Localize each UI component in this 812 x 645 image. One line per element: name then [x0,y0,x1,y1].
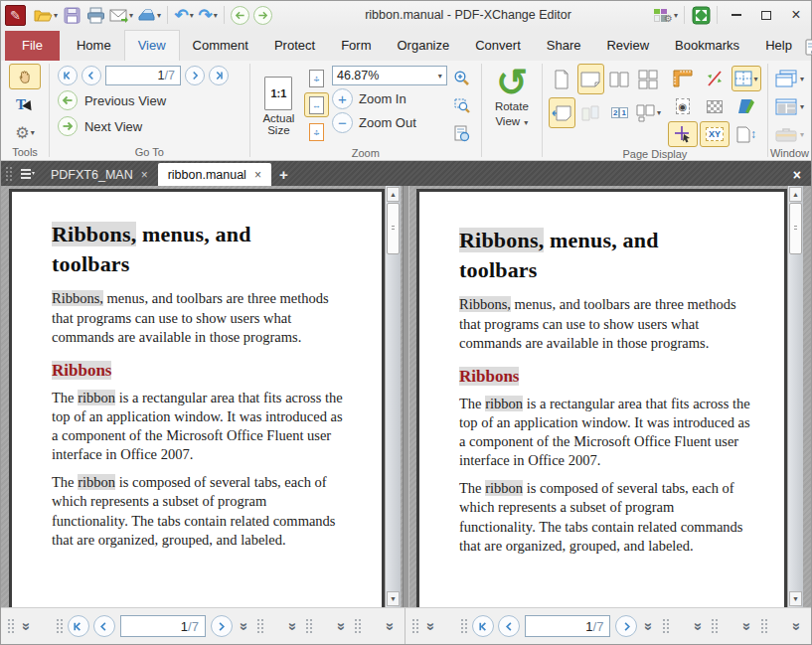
zoom-in-tool-button[interactable] [450,66,475,90]
email-button[interactable]: ▾ [107,3,135,27]
document-tab-ribbon-manual[interactable]: ribbon.manual × [158,163,271,186]
scroll-down-button[interactable]: ▼ [789,591,802,606]
page-number-field[interactable]: 1/7 [525,615,610,637]
collapsed-toolbar-chevron[interactable]: » [788,622,805,630]
open-file-button[interactable]: ▾ [32,3,60,27]
page-number-field[interactable]: 1/7 [105,66,181,85]
history-back-button[interactable] [231,6,249,25]
page-numbers-button[interactable]: 2 1 [606,97,633,128]
find-document-icon[interactable] [805,39,812,57]
zoom-combobox-caret[interactable]: ▾ [438,72,442,81]
scrollbar-thumb[interactable] [387,203,400,254]
maximize-button[interactable] [751,3,781,27]
tab-view[interactable]: View [124,30,180,61]
next-page-button[interactable] [211,615,233,637]
cover-mode-button[interactable]: ▾ [635,97,662,128]
redo-dropdown-caret[interactable]: ▾ [214,11,218,20]
continuous-view-button[interactable] [549,97,575,128]
last-page-button[interactable] [209,66,229,85]
show-guides-button[interactable] [668,121,698,147]
loupe-tool-button[interactable] [450,121,475,146]
two-page-view-button[interactable] [606,64,633,94]
tab-form[interactable]: Form [328,31,384,61]
collapsed-toolbar-chevron[interactable]: » [237,622,253,630]
actual-size-button[interactable]: 1:1 Actual Size [256,64,301,146]
history-forward-button[interactable] [253,6,272,25]
fit-width-button[interactable]: ↔ [304,92,329,117]
zoom-in-button[interactable]: + Zoom In [332,88,447,109]
document-tab-pdfxt6-man[interactable]: PDFXT6_MAN × [41,163,158,186]
tools-dropdown-button[interactable]: ⚙ ▾ [9,119,41,145]
tab-protect[interactable]: Protect [261,31,328,61]
select-text-button[interactable]: T [9,91,41,117]
collapsed-toolbar-chevron[interactable]: » [691,622,708,630]
toolbox-button[interactable]: ▾ [770,122,808,146]
tab-convert[interactable]: Convert [462,31,534,61]
toolbar-grip[interactable] [56,618,64,634]
launch-application-button[interactable]: ⚙ ▾ [652,3,680,27]
undo-dropdown-caret[interactable]: ▾ [190,11,194,20]
toolbar-grip[interactable] [711,618,719,634]
tab-home[interactable]: Home [64,31,124,61]
undo-button[interactable]: ↶ ▾ [172,3,196,27]
tab-help[interactable]: Help [752,31,805,61]
toolbar-grip[interactable] [354,618,362,634]
toolbar-grip[interactable] [662,618,670,634]
vertical-scrollbar[interactable]: ▲ ▼ [385,186,401,607]
fullscreen-button[interactable] [689,3,713,27]
tab-share[interactable]: Share [534,31,594,61]
pdf-page[interactable]: Ribbons, menus, and toolbars Ribbons, me… [9,189,385,607]
zoom-level-combobox[interactable]: 46.87% ▾ [332,66,447,85]
hand-tool-button[interactable] [9,64,41,89]
page-number-field[interactable]: 1/7 [120,615,206,637]
next-page-button[interactable] [615,615,637,637]
collapsed-toolbar-chevron[interactable]: » [641,622,658,630]
next-page-button[interactable] [185,66,205,85]
scrollbar-thumb[interactable] [789,203,802,254]
scroll-up-button[interactable]: ▲ [789,187,802,202]
toolbar-grip[interactable] [411,618,419,634]
scroll-up-button[interactable]: ▲ [387,187,400,202]
tile-caret[interactable]: ▾ [800,102,804,111]
toolbar-grip[interactable] [256,618,264,634]
toolbar-grip[interactable] [7,618,15,634]
pdf-page[interactable]: Ribbons, menus, and toolbars Ribbons, me… [416,189,787,607]
toolbar-grip[interactable] [460,618,468,634]
tab-bar-grip[interactable] [5,166,13,182]
rotate-view-caret[interactable]: ▾ [524,118,528,127]
single-page-button[interactable] [549,64,575,94]
close-button[interactable]: × [781,3,811,27]
collapsed-toolbar-chevron[interactable]: » [19,622,36,630]
fit-visible-button[interactable]: ↔↕ [304,119,329,144]
collapsed-toolbar-chevron[interactable]: » [285,622,302,630]
toolbox-caret[interactable]: ▾ [800,130,804,139]
new-tab-button[interactable]: + [271,166,296,186]
collapsed-toolbar-chevron[interactable]: » [423,622,440,630]
previous-page-button[interactable] [81,66,101,85]
show-grid-button[interactable]: ◉ [668,93,698,119]
cascade-caret[interactable]: ▾ [800,75,804,83]
two-page-scrolling-button[interactable] [577,64,604,94]
tile-windows-button[interactable]: ▾ [770,94,808,118]
email-dropdown-caret[interactable]: ▾ [129,11,133,20]
transparency-grid-button[interactable] [700,93,730,119]
zoom-out-button[interactable]: − Zoom Out [332,112,447,133]
redo-button[interactable]: ↷ ▾ [196,3,220,27]
minimize-button[interactable] [722,3,751,27]
next-view-button[interactable]: Next View [52,113,247,139]
cover-mode-caret[interactable]: ▾ [657,108,661,117]
vertical-scrollbar[interactable]: ▲ ▼ [787,186,803,607]
tab-list-button[interactable] [17,165,37,183]
close-tab-icon[interactable]: × [141,168,148,182]
close-document-button[interactable]: × [783,167,811,186]
tab-file[interactable]: File [5,31,60,61]
launch-dropdown-caret[interactable]: ▾ [674,11,678,20]
previous-page-button[interactable] [93,615,115,637]
snap-button[interactable]: ▾ [731,66,761,91]
close-tab-icon[interactable]: × [254,168,261,182]
toolbar-grip[interactable] [760,618,768,634]
collapsed-toolbar-chevron[interactable]: » [382,622,399,630]
split-pages-button[interactable] [577,97,604,128]
first-page-button[interactable] [472,615,494,637]
pane-splitter[interactable] [403,186,409,607]
